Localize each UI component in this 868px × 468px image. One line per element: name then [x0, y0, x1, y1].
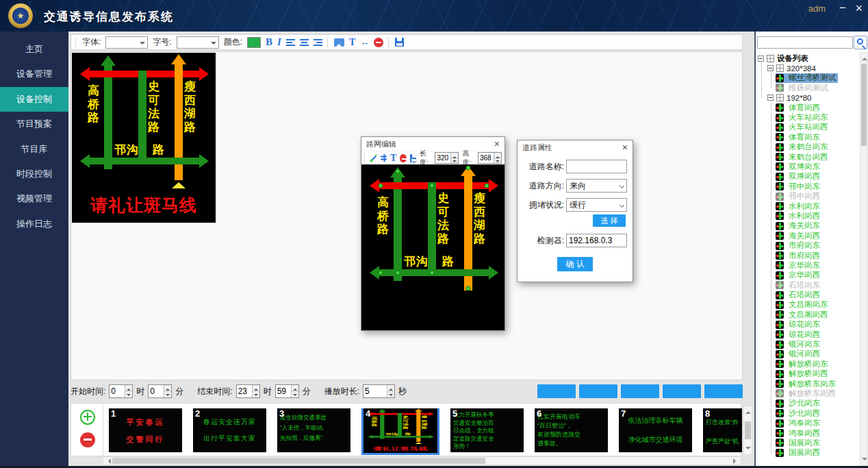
device-tree-item[interactable]: 体育岗西	[776, 103, 822, 112]
device-tree-item[interactable]: 双博岗东	[776, 162, 822, 171]
sidebar-item[interactable]: 设备控制	[0, 87, 68, 112]
width-tool-icon[interactable]: ↔	[360, 37, 369, 47]
playlist-item-4-selected[interactable]: 4 高桥路	[361, 408, 439, 455]
duration-input[interactable]	[363, 384, 395, 398]
sidebar-item[interactable]: 操作日志	[0, 212, 68, 236]
end-hour-field[interactable]	[237, 385, 252, 397]
playlist-item-3[interactable]: 3 发生轻微交通事故 “人未伤，车能动. 先拍照，后撤离”	[277, 408, 350, 452]
start-minute-spinner[interactable]	[164, 385, 171, 397]
length-value-field[interactable]	[435, 153, 450, 163]
device-tree-item[interactable]: 沙北岗西	[776, 408, 822, 418]
tree-group-320x384[interactable]: 320*384	[767, 63, 816, 73]
device-tree-item[interactable]: 解放桥岗西	[776, 369, 830, 379]
device-tree-item[interactable]: 维扬岗测试	[776, 83, 830, 93]
start-minute-field[interactable]	[149, 385, 164, 397]
road-node-handle[interactable]	[430, 184, 435, 188]
tree-group-192x80[interactable]: 192*80	[767, 93, 811, 103]
sidebar-item[interactable]: 设备管理	[0, 62, 68, 86]
playlist-item-8[interactable]: 8 打击改装“炸 严查严处“机	[703, 408, 742, 452]
end-minute-input[interactable]	[275, 384, 299, 398]
add-program-button[interactable]	[80, 410, 95, 425]
device-tree-item[interactable]: 京华岗东	[776, 260, 822, 270]
remove-program-button[interactable]	[80, 432, 95, 447]
start-hour-spinner[interactable]	[125, 385, 132, 397]
close-icon[interactable]: ×	[494, 139, 500, 149]
font-size-select[interactable]	[177, 36, 219, 49]
device-tree-item[interactable]: 邗中岗西	[776, 191, 822, 201]
device-tree-item[interactable]: 文昌阁岗东	[776, 300, 830, 310]
length-spinner[interactable]	[450, 153, 458, 163]
user-name[interactable]: adm	[808, 3, 826, 14]
select-button[interactable]: 选 择	[593, 214, 626, 227]
detector-input[interactable]	[566, 234, 627, 247]
device-tree-item[interactable]: 石塔岗西	[776, 290, 822, 299]
device-tree-item[interactable]: 石塔岗东	[776, 280, 822, 290]
action-button[interactable]	[621, 384, 659, 398]
action-button[interactable]	[704, 384, 743, 398]
playlist-item-5[interactable]: 5 大力开展秋冬季 交通安全整治百 日会战，全力稳 定道路交通安全 形势！	[450, 408, 524, 452]
scroll-up-icon[interactable]	[745, 408, 751, 414]
road-node-handle[interactable]	[466, 166, 471, 171]
device-tree-item[interactable]: 琼花岗西	[776, 330, 822, 339]
device-tree-item[interactable]: 文昌阁岗西	[776, 310, 830, 319]
sidebar-item[interactable]: 视频管理	[0, 186, 68, 211]
led-screen-preview[interactable]: 高桥路 史可法路 瘦西湖路 邗沟 路 请礼让斑马线	[72, 53, 216, 223]
text-tool-button[interactable]: T	[349, 37, 355, 48]
text-tool-button[interactable]: T	[390, 153, 396, 164]
sidebar-item[interactable]: 主页	[0, 37, 68, 62]
search-button[interactable]	[854, 36, 867, 49]
playlist-item-7[interactable]: 7 依法治理非标车辆 净化城市交通环境	[619, 408, 692, 452]
device-tree-item[interactable]: 海关岗西	[776, 231, 822, 241]
scroll-up-icon[interactable]	[862, 55, 867, 60]
device-tree-item[interactable]: 沙北岗东	[776, 399, 822, 408]
action-button[interactable]	[663, 384, 701, 398]
duration-spinner[interactable]	[387, 385, 394, 397]
device-tree-item[interactable]: 国展岗西	[776, 448, 822, 458]
start-hour-field[interactable]	[110, 385, 125, 397]
italic-button[interactable]: I	[277, 36, 281, 48]
roadnet-canvas[interactable]: 高桥路 史可法路 瘦西湖路 邗沟 路	[361, 164, 505, 330]
bold-button[interactable]: B	[266, 36, 272, 48]
start-minute-input[interactable]	[148, 384, 172, 398]
device-tree-item[interactable]: 邗中岗东	[776, 182, 822, 191]
device-tree-item[interactable]: 双博岗西	[776, 172, 822, 182]
end-minute-field[interactable]	[276, 385, 291, 397]
device-tree-item[interactable]: 水利岗东	[776, 201, 822, 211]
playlist-item-6[interactable]: 6 扎实开展电动车 “百日整治”， 有效预防道路交 通事故。	[535, 408, 608, 452]
action-button[interactable]	[537, 384, 576, 398]
collapse-icon[interactable]	[767, 95, 774, 101]
end-hour-input[interactable]	[236, 384, 260, 398]
scroll-right-icon[interactable]	[733, 458, 739, 464]
device-tree-item[interactable]: 体育岗东	[776, 132, 822, 142]
device-tree-item[interactable]: 螺丝湾桥测试	[776, 73, 838, 83]
device-search-input[interactable]	[757, 36, 853, 49]
road-node-handle[interactable]	[396, 169, 400, 174]
road-node-handle[interactable]	[379, 271, 383, 275]
device-panel-scrollbar[interactable]	[860, 52, 868, 466]
insert-image-icon[interactable]	[334, 38, 344, 47]
device-tree-item[interactable]: 来鹤台岗西	[776, 152, 830, 162]
collapse-icon[interactable]	[767, 65, 774, 71]
scroll-down-icon[interactable]	[862, 458, 867, 463]
start-hour-input[interactable]	[109, 384, 133, 398]
minimize-button[interactable]: −	[839, 1, 846, 15]
congestion-select[interactable]: 缓行	[566, 198, 627, 212]
save-icon[interactable]	[410, 154, 416, 162]
action-button[interactable]	[579, 384, 617, 398]
device-tree-item[interactable]: 市府岗东	[776, 241, 822, 250]
sidebar-item[interactable]: 时段控制	[0, 162, 68, 186]
road-node-handle[interactable]	[396, 271, 400, 275]
road-name-input[interactable]	[566, 160, 627, 173]
device-tree-item[interactable]: 京华岗西	[776, 271, 822, 280]
road-node-handle[interactable]	[485, 184, 489, 188]
device-tree-item[interactable]: 水利岗西	[776, 211, 822, 221]
align-right-icon[interactable]	[314, 38, 322, 47]
road-node-handle[interactable]	[466, 286, 471, 291]
device-tree-item[interactable]: 火车站岗东	[776, 112, 830, 122]
horizontal-scrollbar-thumb[interactable]	[112, 458, 485, 464]
save-icon[interactable]	[395, 38, 404, 47]
sidebar-item[interactable]: 节目库	[0, 137, 68, 162]
draw-road-icon[interactable]	[370, 153, 376, 162]
device-tree-item[interactable]: 银河岗东	[776, 339, 822, 349]
junction-tool-icon[interactable]	[380, 153, 387, 162]
